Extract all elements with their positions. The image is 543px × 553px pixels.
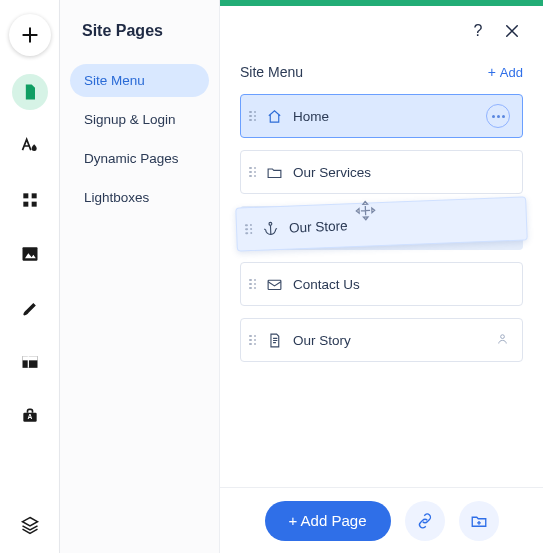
pen-icon [20,298,40,318]
add-menu-link[interactable]: Add [488,64,523,80]
page-label: Home [293,109,486,124]
home-icon [265,107,283,125]
page-icon [20,82,40,102]
folder-icon [265,163,283,181]
bottom-action-bar: + Add Page [220,487,543,553]
drag-handle-icon[interactable] [249,167,257,178]
page-row-our-story[interactable]: Our Story [240,318,523,362]
members-icon [495,331,510,349]
rail-pages-button[interactable] [12,74,48,110]
page-doc-icon [265,331,283,349]
image-icon [20,244,40,264]
mail-icon [265,275,283,293]
svg-rect-11 [268,280,281,289]
rail-layers-button[interactable] [0,515,59,535]
drag-handle-icon[interactable] [249,111,257,122]
rail-apps-button[interactable] [12,182,48,218]
rail-data-button[interactable] [12,344,48,380]
grid-icon [20,190,40,210]
left-rail: A [0,0,60,553]
category-signup-login[interactable]: Signup & Login [70,103,209,136]
drag-handle-icon[interactable] [249,279,257,290]
panel-title: Site Pages [82,22,163,40]
svg-rect-0 [23,193,28,198]
page-label: Contact Us [293,277,510,292]
link-icon [416,512,434,530]
category-column: Site Pages ? Site Menu Signup & Login Dy… [60,0,220,553]
plus-icon [20,25,40,45]
pages-column: Site Menu Add Home Our Services [220,0,543,553]
page-list: Home Our Services Contact Us [240,94,523,362]
drop-target-slot [240,206,523,250]
svg-rect-3 [31,202,36,207]
page-row-contact-us[interactable]: Contact Us [240,262,523,306]
page-label: Our Story [293,333,495,348]
add-link-button[interactable] [405,501,445,541]
font-drop-icon [20,136,40,156]
add-element-button[interactable] [9,14,51,56]
page-more-button[interactable] [486,104,510,128]
briefcase-icon: A [20,406,40,426]
svg-rect-4 [22,247,37,260]
category-lightboxes[interactable]: Lightboxes [70,181,209,214]
svg-point-12 [501,335,505,339]
rail-media-button[interactable] [12,236,48,272]
svg-text:A: A [27,413,32,420]
table-icon [20,352,40,372]
drag-handle-icon[interactable] [249,335,257,346]
page-row-home[interactable]: Home [240,94,523,138]
svg-rect-2 [23,202,28,207]
category-site-menu[interactable]: Site Menu [70,64,209,97]
layers-icon [20,515,40,535]
pages-heading: Site Menu [240,64,303,80]
page-row-our-services[interactable]: Our Services [240,150,523,194]
rail-store-button[interactable]: A [12,398,48,434]
rail-theme-button[interactable] [12,128,48,164]
add-folder-button[interactable] [459,501,499,541]
svg-rect-1 [31,193,36,198]
add-page-button[interactable]: + Add Page [265,501,391,541]
svg-rect-7 [22,356,37,360]
category-dynamic-pages[interactable]: Dynamic Pages [70,142,209,175]
folder-plus-icon [470,512,488,530]
page-label: Our Services [293,165,510,180]
rail-blog-button[interactable] [12,290,48,326]
